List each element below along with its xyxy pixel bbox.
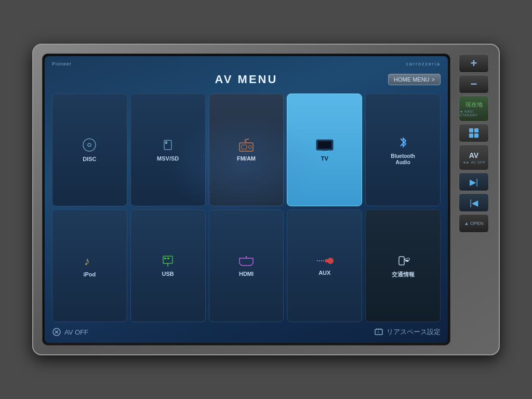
usb-icon bbox=[160, 254, 176, 268]
rear-setting-label: リアスペース設定 bbox=[387, 327, 441, 337]
hdmi-label: HDMI bbox=[239, 271, 254, 277]
aux-label: AUX bbox=[318, 270, 330, 276]
menu-item-tv[interactable]: TV bbox=[287, 94, 362, 206]
sd-icon bbox=[161, 138, 175, 152]
usb-label: USB bbox=[162, 271, 174, 277]
disc-icon bbox=[82, 137, 97, 153]
traffic-icon bbox=[395, 254, 411, 268]
screen-bezel: Pioneer carrozzeria AV MENU HOME MENU > bbox=[43, 54, 450, 345]
menu-item-traffic[interactable]: 交通情報 bbox=[365, 209, 441, 322]
svg-text:♪: ♪ bbox=[84, 255, 90, 268]
music-icon: ♪ bbox=[82, 254, 97, 268]
svg-point-6 bbox=[248, 145, 251, 149]
side-buttons-panel: + − 現在地 ◄ NAVI STANDBY AV ◄► AV OFF ▶| |… bbox=[455, 54, 493, 345]
menu-item-disc[interactable]: DISC bbox=[52, 94, 127, 206]
nav-label: 現在地 bbox=[466, 101, 483, 109]
title-row: AV MENU HOME MENU > bbox=[52, 73, 441, 86]
aux-icon bbox=[316, 255, 334, 267]
bluetooth-label: BluetoothAudio bbox=[391, 153, 415, 166]
svg-rect-14 bbox=[164, 258, 166, 259]
msvsd-label: MSV/SD bbox=[157, 155, 179, 162]
svg-rect-15 bbox=[167, 258, 169, 259]
menu-item-fmam[interactable]: FM/AM bbox=[209, 94, 284, 206]
brand-carrozzeria: carrozzeria bbox=[406, 61, 441, 66]
open-button[interactable]: ▲ OPEN bbox=[459, 214, 489, 233]
screen: Pioneer carrozzeria AV MENU HOME MENU > bbox=[45, 56, 448, 343]
bluetooth-icon bbox=[396, 135, 410, 150]
menu-item-bluetooth[interactable]: BluetoothAudio bbox=[365, 94, 441, 206]
grid-button[interactable] bbox=[459, 124, 489, 142]
svg-line-8 bbox=[245, 139, 249, 140]
track-back-button[interactable]: |◀ bbox=[459, 193, 489, 212]
track-forward-button[interactable]: ▶| bbox=[459, 172, 489, 191]
menu-item-ipod[interactable]: ♪ iPod bbox=[52, 209, 127, 322]
screen-title: AV MENU bbox=[215, 73, 278, 86]
svg-point-1 bbox=[88, 143, 91, 147]
av-source-button[interactable]: AV ◄► AV OFF bbox=[459, 144, 489, 170]
screen-header: Pioneer carrozzeria bbox=[52, 61, 441, 66]
av-off-button[interactable]: AV OFF bbox=[52, 327, 88, 337]
fmam-label: FM/AM bbox=[237, 155, 256, 162]
car-unit: Pioneer carrozzeria AV MENU HOME MENU > bbox=[32, 44, 500, 355]
volume-up-button[interactable]: + bbox=[459, 54, 489, 73]
menu-item-msvsd[interactable]: MSV/SD bbox=[130, 94, 206, 206]
svg-rect-21 bbox=[399, 257, 404, 265]
home-menu-button[interactable]: HOME MENU > bbox=[388, 74, 441, 85]
minus-icon: − bbox=[471, 77, 477, 91]
svg-point-0 bbox=[83, 139, 96, 151]
brand-pioneer: Pioneer bbox=[52, 61, 72, 66]
svg-rect-20 bbox=[325, 259, 328, 262]
av-off-icon bbox=[52, 327, 61, 337]
tv-label: TV bbox=[321, 155, 328, 162]
svg-point-29 bbox=[378, 331, 379, 332]
settings-icon bbox=[374, 327, 383, 337]
svg-rect-13 bbox=[163, 256, 172, 263]
track-fwd-icon: ▶| bbox=[470, 177, 478, 187]
menu-item-usb[interactable]: USB bbox=[130, 209, 206, 322]
ipod-label: iPod bbox=[83, 271, 96, 278]
menu-item-hdmi[interactable]: HDMI bbox=[209, 209, 284, 322]
disc-label: DISC bbox=[83, 156, 96, 163]
track-back-icon: |◀ bbox=[470, 198, 478, 208]
nav-sub-label: ◄ NAVI STANDBY bbox=[459, 110, 488, 117]
svg-rect-3 bbox=[165, 141, 167, 144]
traffic-label: 交通情報 bbox=[392, 271, 415, 278]
radio-icon bbox=[237, 138, 255, 152]
plus-icon: + bbox=[471, 57, 477, 70]
screen-footer: AV OFF リアスペース設定 bbox=[52, 327, 441, 337]
menu-item-aux[interactable]: AUX bbox=[287, 209, 362, 322]
grid-icon bbox=[469, 128, 478, 138]
svg-rect-5 bbox=[242, 145, 247, 149]
tv-icon bbox=[315, 138, 334, 152]
svg-rect-10 bbox=[318, 141, 331, 149]
av-btn-label: AV bbox=[469, 151, 478, 159]
hdmi-icon bbox=[237, 254, 255, 268]
volume-down-button[interactable]: − bbox=[459, 75, 489, 94]
open-icon: ▲ OPEN bbox=[464, 221, 484, 226]
menu-grid: DISC MSV/SD bbox=[52, 94, 441, 322]
av-btn-sub: ◄► AV OFF bbox=[462, 161, 486, 164]
nav-current-location-button[interactable]: 現在地 ◄ NAVI STANDBY bbox=[459, 96, 489, 122]
av-off-label: AV OFF bbox=[64, 328, 88, 336]
rear-setting-button[interactable]: リアスペース設定 bbox=[374, 327, 441, 337]
